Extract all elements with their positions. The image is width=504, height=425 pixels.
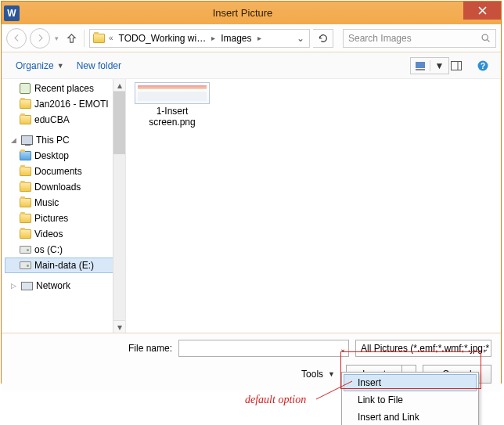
scroll-down-icon[interactable]: ▾ (113, 320, 125, 333)
tree-item-pictures[interactable]: Pictures (5, 211, 125, 226)
tree-item-downloads[interactable]: Downloads (5, 179, 125, 195)
menu-item-insert[interactable]: Insert (344, 374, 477, 391)
tree-item-recent[interactable]: Recent places (5, 81, 125, 96)
body-area: Recent places Jan2016 - EMOTI eduCBA ◢Th… (2, 79, 501, 333)
new-folder-button[interactable]: New folder (70, 57, 128, 74)
file-item[interactable]: 1-Insert screen.png (131, 82, 213, 128)
tree-item-network[interactable]: ▷Network (5, 278, 125, 294)
breadcrumb-dropdown[interactable]: ⌄ (293, 33, 308, 44)
separator (84, 30, 85, 47)
help-button[interactable]: ? (473, 56, 493, 75)
refresh-icon (318, 33, 329, 44)
chevron-right-icon[interactable]: ▸ (210, 34, 217, 42)
close-icon (478, 6, 487, 15)
tools-button[interactable]: Tools ▼ (297, 367, 340, 381)
folder-tree: Recent places Jan2016 - EMOTI eduCBA ◢Th… (2, 79, 125, 295)
annotation-label: default option (245, 394, 306, 406)
file-type-filter[interactable]: All Pictures (*.emf;*.wmf;*.jpg;* ⌄ (355, 340, 491, 357)
thumbnail-view-icon (411, 59, 430, 72)
search-icon (481, 33, 491, 43)
breadcrumb-segment-2[interactable]: Images (218, 33, 254, 44)
tree-scrollbar[interactable]: ▴ ▾ (113, 79, 125, 333)
organize-label: Organize (16, 60, 54, 71)
new-folder-label: New folder (77, 60, 121, 71)
refresh-button[interactable] (313, 29, 333, 48)
svg-rect-4 (452, 61, 462, 70)
help-icon: ? (477, 59, 489, 72)
window-title: Insert Picture (22, 7, 463, 19)
filename-label: File name: (11, 343, 172, 354)
back-button[interactable] (6, 28, 27, 49)
preview-pane-button[interactable] (446, 56, 466, 75)
tree-item-this-pc[interactable]: ◢This PC (5, 132, 125, 148)
svg-point-0 (482, 34, 488, 40)
menu-item-link-to-file[interactable]: Link to File (344, 391, 477, 409)
tree-item-jan2016[interactable]: Jan2016 - EMOTI (5, 96, 125, 112)
chevron-down-icon[interactable]: ⌄ (482, 344, 488, 353)
caret-right-icon: ▷ (9, 282, 17, 290)
tree-item-educba[interactable]: eduCBA (5, 112, 125, 128)
view-options[interactable]: ▼ (419, 56, 440, 75)
history-dropdown[interactable]: ▾ (53, 34, 60, 42)
search-placeholder: Search Images (348, 33, 412, 44)
filename-input[interactable]: ⌄ (178, 340, 349, 357)
arrow-up-icon (66, 32, 77, 44)
word-app-icon: W (4, 5, 20, 21)
filter-label: All Pictures (*.emf;*.wmf;*.jpg;* (361, 343, 489, 354)
chevron-down-icon: ▼ (328, 370, 335, 378)
tree-item-os-c[interactable]: os (C:) (5, 242, 125, 258)
tree-item-main-data-e[interactable]: Main-data (E:) (5, 258, 125, 273)
scroll-thumb[interactable] (113, 92, 125, 154)
file-name: 1-Insert screen.png (131, 106, 213, 128)
caret-down-icon: ◢ (9, 136, 17, 144)
insert-dropdown-menu: Insert Link to File Insert and Link (341, 372, 479, 425)
file-list-pane[interactable]: 1-Insert screen.png (125, 79, 501, 333)
svg-rect-2 (416, 62, 425, 68)
organize-button[interactable]: Organize ▼ (9, 57, 70, 74)
pane-divider[interactable] (125, 79, 126, 333)
tree-item-videos[interactable]: Videos (5, 226, 125, 242)
titlebar: W Insert Picture (2, 2, 501, 24)
breadcrumb-bar[interactable]: « TODO_Working wi… ▸ Images ▸ ⌄ (89, 29, 310, 48)
tree-item-desktop[interactable]: Desktop (5, 148, 125, 164)
forward-button[interactable] (30, 28, 50, 49)
breadcrumb-segment-1[interactable]: TODO_Working wi… (117, 33, 209, 44)
svg-rect-3 (416, 69, 425, 70)
tree-item-music[interactable]: Music (5, 195, 125, 211)
breadcrumb-prefix: « (107, 34, 115, 42)
tools-label: Tools (301, 369, 323, 380)
svg-text:?: ? (481, 62, 485, 70)
folder-icon (92, 32, 106, 45)
arrow-right-icon (35, 33, 45, 43)
svg-line-1 (488, 40, 490, 42)
toolbar: Organize ▼ New folder ▼ ? (2, 52, 501, 79)
arrow-left-icon (12, 33, 22, 43)
navigation-bar: ▾ « TODO_Working wi… ▸ Images ▸ ⌄ Search… (2, 24, 501, 52)
close-button[interactable] (463, 2, 501, 20)
chevron-down-icon[interactable]: ⌄ (340, 344, 346, 353)
search-input[interactable]: Search Images (343, 29, 496, 48)
chevron-down-icon: ▼ (57, 62, 64, 70)
up-button[interactable] (63, 30, 79, 47)
menu-item-insert-and-link[interactable]: Insert and Link (344, 409, 477, 425)
tree-item-documents[interactable]: Documents (5, 164, 125, 179)
scroll-up-icon[interactable]: ▴ (113, 79, 125, 92)
preview-pane-icon (450, 59, 463, 72)
chevron-right-icon[interactable]: ▸ (256, 34, 263, 42)
dialog-window: W Insert Picture ▾ « TODO_Working wi… ▸ … (1, 1, 502, 384)
folder-tree-pane: Recent places Jan2016 - EMOTI eduCBA ◢Th… (2, 79, 125, 333)
file-thumbnail (135, 82, 210, 104)
